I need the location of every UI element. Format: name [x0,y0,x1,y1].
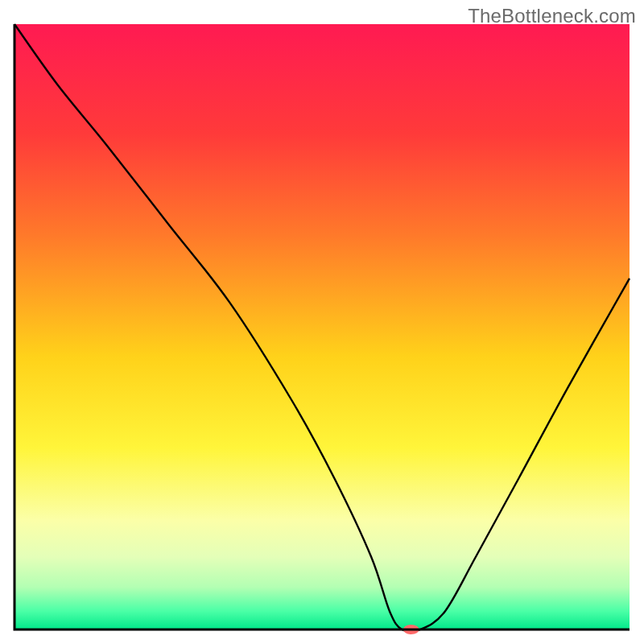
chart-container: TheBottleneck.com [0,0,644,644]
bottleneck-chart [0,0,644,644]
watermark-text: TheBottleneck.com [468,5,636,27]
gradient-background [14,24,630,630]
